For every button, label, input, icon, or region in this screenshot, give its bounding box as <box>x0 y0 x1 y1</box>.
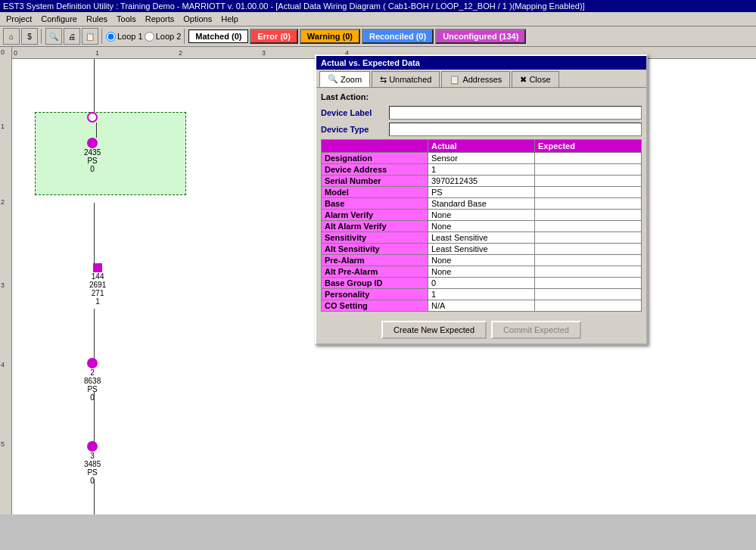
loop2-radio[interactable]: Loop 2 <box>145 32 182 42</box>
last-action-row: Last Action: <box>321 92 642 101</box>
left-ruler: 0 1 2 3 4 5 <box>0 47 12 514</box>
table-cell-actual: 1 <box>428 289 535 300</box>
table-cell-label: Designation <box>322 153 428 164</box>
toolbar-separator2 <box>101 29 103 44</box>
device-label-label: Device Label <box>321 108 389 117</box>
main-area: 0 1 2 3 4 5 0 1 2 3 4 2 <box>0 47 756 514</box>
data-table: Actual Expected DesignationSensorDevice … <box>321 139 642 312</box>
table-cell-label: Model <box>322 187 428 198</box>
device-type-row: Device Type <box>321 123 642 136</box>
table-cell-expected <box>535 244 642 255</box>
left-ruler-mark-0: 0 <box>1 48 5 56</box>
table-header-blank <box>322 140 428 153</box>
toolbar-dollar-btn[interactable]: $ <box>21 28 38 45</box>
table-cell-label: Serial Number <box>322 176 428 187</box>
toolbar-print-btn[interactable]: 🖨 <box>64 28 80 45</box>
tab-close[interactable]: ✖ Close <box>512 71 558 87</box>
left-ruler-mark-3: 3 <box>1 281 5 289</box>
menu-bar: Project Configure Rules Tools Reports Op… <box>0 12 756 26</box>
table-cell-actual: Sensor <box>428 153 535 164</box>
table-cell-actual: 0 <box>428 278 535 289</box>
table-cell-expected <box>535 232 642 244</box>
table-cell-expected <box>535 176 642 187</box>
menu-rules[interactable]: Rules <box>82 13 112 25</box>
tab-unmatched[interactable]: ⇆ Unmatched <box>372 71 440 87</box>
table-cell-actual: Least Sensitive <box>428 244 535 255</box>
table-cell-expected <box>535 210 642 221</box>
table-row: BaseStandard Base <box>322 198 642 210</box>
table-cell-expected <box>535 255 642 266</box>
loop1-radio[interactable]: Loop 1 <box>106 32 143 42</box>
table-cell-actual: None <box>428 221 535 232</box>
commit-expected-button[interactable]: Commit Expected <box>491 321 581 339</box>
unconfigured-button[interactable]: Unconfigured (134) <box>435 29 526 44</box>
left-ruler-mark-4: 4 <box>1 361 5 368</box>
table-cell-label: Base Group ID <box>322 278 428 289</box>
table-row: Alt Alarm VerifyNone <box>322 221 642 232</box>
toolbar-home-btn[interactable]: ⌂ <box>3 28 20 45</box>
menu-project[interactable]: Project <box>2 13 36 25</box>
table-cell-actual: None <box>428 210 535 221</box>
table-cell-label: Sensitivity <box>322 232 428 244</box>
device-label-row: Device Label <box>321 106 642 120</box>
zoom-icon: 🔍 <box>328 74 338 84</box>
menu-reports[interactable]: Reports <box>141 13 179 25</box>
last-action-label: Last Action: <box>321 92 369 101</box>
table-cell-label: Pre-Alarm <box>322 255 428 266</box>
device-type-input[interactable] <box>389 123 642 136</box>
create-new-expected-button[interactable]: Create New Expected <box>381 321 487 339</box>
table-cell-actual: None <box>428 266 535 278</box>
reconciled-button[interactable]: Reconciled (0) <box>362 29 434 44</box>
tab-zoom[interactable]: 🔍 Zoom <box>319 71 370 87</box>
modal-overlay: Actual vs. Expected Data 🔍 Zoom ⇆ Unmatc… <box>12 47 756 514</box>
matched-button[interactable]: Matched (0) <box>188 30 248 43</box>
toolbar-copy-btn[interactable]: 📋 <box>82 28 98 45</box>
table-cell-actual: 3970212435 <box>428 176 535 187</box>
table-cell-label: CO Setting <box>322 300 428 312</box>
menu-configure[interactable]: Configure <box>36 13 82 25</box>
table-cell-label: Alt Sensitivity <box>322 244 428 255</box>
modal-title: Actual vs. Expected Data <box>321 58 420 67</box>
table-cell-expected <box>535 221 642 232</box>
table-cell-expected <box>535 266 642 278</box>
table-cell-label: Base <box>322 198 428 210</box>
unmatched-icon: ⇆ <box>380 75 387 85</box>
left-ruler-mark-5: 5 <box>1 440 5 448</box>
table-row: DesignationSensor <box>322 153 642 164</box>
tab-bar: 🔍 Zoom ⇆ Unmatched 📋 Addresses ✖ Close <box>316 70 646 88</box>
table-cell-expected <box>535 187 642 198</box>
menu-options[interactable]: Options <box>179 13 216 25</box>
warning-button[interactable]: Warning (0) <box>300 29 360 44</box>
table-row: CO SettingN/A <box>322 300 642 312</box>
device-type-label: Device Type <box>321 125 389 134</box>
modal-content: Last Action: Device Label Device Type <box>316 88 646 316</box>
table-cell-expected <box>535 289 642 300</box>
table-cell-actual: PS <box>428 187 535 198</box>
table-cell-label: Alt Pre-Alarm <box>322 266 428 278</box>
title-text: EST3 System Definition Utility : Trainin… <box>3 2 585 11</box>
table-cell-expected <box>535 164 642 176</box>
menu-tools[interactable]: Tools <box>112 13 141 25</box>
table-row: Personality1 <box>322 289 642 300</box>
table-cell-label: Alarm Verify <box>322 210 428 221</box>
table-cell-actual: Standard Base <box>428 198 535 210</box>
table-cell-expected <box>535 198 642 210</box>
toolbar: ⌂ $ 🔍 🖨 📋 Loop 1 Loop 2 Matched (0) Erro… <box>0 26 756 47</box>
addresses-icon: 📋 <box>450 75 460 85</box>
table-row: Alarm VerifyNone <box>322 210 642 221</box>
canvas-area[interactable]: 0 1 2 3 4 2435 PS 0 <box>12 47 756 514</box>
toolbar-search-btn[interactable]: 🔍 <box>45 28 62 45</box>
table-row: Alt SensitivityLeast Sensitive <box>322 244 642 255</box>
table-header-actual: Actual <box>428 140 535 153</box>
table-cell-label: Device Address <box>322 164 428 176</box>
tab-addresses[interactable]: 📋 Addresses <box>441 71 510 87</box>
toolbar-separator <box>41 29 42 44</box>
table-row: Device Address1 <box>322 164 642 176</box>
table-cell-expected <box>535 300 642 312</box>
table-header-expected: Expected <box>535 140 642 153</box>
table-row: ModelPS <box>322 187 642 198</box>
modal-title-bar: Actual vs. Expected Data <box>316 56 646 70</box>
menu-help[interactable]: Help <box>216 13 243 25</box>
error-button[interactable]: Error (0) <box>250 29 297 44</box>
device-label-input[interactable] <box>389 106 642 120</box>
